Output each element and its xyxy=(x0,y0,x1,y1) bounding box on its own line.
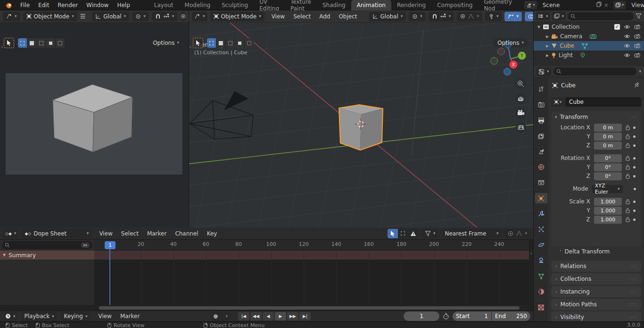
expand-triangle-icon[interactable]: ▶ xyxy=(545,53,550,58)
orientation-dropdown[interactable]: Global▾ xyxy=(92,12,129,21)
scene-name[interactable]: Scene xyxy=(539,1,594,9)
sidebar-expand-arrow[interactable]: ‹ xyxy=(530,250,532,256)
horizontal-scrollbar[interactable] xyxy=(94,306,529,310)
select-box-set[interactable] xyxy=(18,38,27,48)
lock-icon[interactable] xyxy=(624,164,631,170)
tab-geometry-nod[interactable]: Geometry Nod xyxy=(478,0,518,10)
filter-invert-icon[interactable]: ↔ xyxy=(81,243,90,248)
jump-to-end-button[interactable]: ▶| xyxy=(299,312,311,320)
toolbar-expand-arrow[interactable]: › xyxy=(1,44,3,50)
checkbox-icon[interactable]: ✓ xyxy=(614,24,620,30)
blender-logo-icon[interactable] xyxy=(5,2,12,8)
value-field[interactable]: 0 m xyxy=(594,133,622,141)
timeline-menu-view[interactable]: View xyxy=(94,311,116,321)
select-box-extend[interactable] xyxy=(27,38,36,48)
properties-search-input[interactable] xyxy=(553,67,637,76)
tab-texture-paint[interactable]: Texture Paint xyxy=(285,0,317,10)
viewlayer-name[interactable]: ViewLayer xyxy=(627,1,644,9)
panel-relations[interactable]: ›Relations:::: xyxy=(551,261,641,272)
tab-compositing[interactable]: Compositing xyxy=(431,0,478,10)
menu-help[interactable]: Help xyxy=(113,0,134,10)
tab-modeling[interactable]: Modeling xyxy=(179,0,216,10)
animate-dot[interactable] xyxy=(631,201,637,203)
only-selected-toggle[interactable] xyxy=(388,229,398,238)
properties-tab-object[interactable] xyxy=(535,193,547,203)
properties-tab-modifiers[interactable] xyxy=(535,209,547,219)
lock-icon[interactable] xyxy=(624,125,631,130)
display-mode-dropdown[interactable]: ▾ xyxy=(552,12,566,20)
play-reverse-button[interactable]: ◀ xyxy=(263,312,274,320)
menu-file[interactable]: File xyxy=(16,0,34,10)
animate-dot[interactable] xyxy=(631,219,637,221)
tab-rendering[interactable]: Rendering xyxy=(391,0,431,10)
properties-options-icon[interactable]: ▾ xyxy=(639,69,641,74)
viewport-menu-add[interactable]: Add xyxy=(315,11,334,22)
start-frame-field[interactable]: Start1 xyxy=(453,311,491,321)
expand-triangle-icon[interactable]: ▶ xyxy=(545,34,550,39)
properties-tab-output[interactable] xyxy=(535,115,547,126)
value-field[interactable]: 1.000 xyxy=(594,216,622,224)
options-dropdown[interactable]: Options▾ xyxy=(493,38,528,48)
disable-render-icon[interactable] xyxy=(634,43,640,48)
show-gizmo-dropdown[interactable]: ▾ xyxy=(485,12,502,21)
dope-menu-view[interactable]: View xyxy=(95,228,116,239)
scene-copy-icon[interactable] xyxy=(596,1,602,8)
timeline-ruler[interactable]: 20406080100120140160180200220240 xyxy=(94,240,529,250)
hide-eye-icon[interactable] xyxy=(624,34,630,39)
viewport-menu-object[interactable]: Object xyxy=(334,11,361,22)
editor-type-button[interactable]: ▾ xyxy=(192,12,207,21)
value-field[interactable]: 1.000 xyxy=(594,207,622,215)
tweak-tool-button[interactable] xyxy=(4,38,14,48)
select-box-subtract[interactable] xyxy=(226,38,235,48)
delta-transform-panel[interactable]: ›Delta Transform xyxy=(560,248,610,255)
summary-channel-strip[interactable] xyxy=(94,251,529,260)
animate-dot[interactable] xyxy=(631,157,637,160)
outliner-search-input[interactable] xyxy=(568,12,634,20)
lock-icon[interactable] xyxy=(624,143,631,148)
menu-render[interactable]: Render xyxy=(53,0,82,10)
dope-menu-select[interactable]: Select xyxy=(117,228,143,239)
hide-eye-icon[interactable] xyxy=(624,25,630,29)
mode-dropdown[interactable]: Object Mode▾ xyxy=(23,12,77,21)
value-field[interactable]: 0° xyxy=(594,163,622,171)
tab-shading[interactable]: Shading xyxy=(317,0,351,10)
value-field[interactable]: 0 m xyxy=(594,142,622,150)
camera-view-canvas[interactable]: › Options▾ xyxy=(0,23,189,227)
snap-group[interactable]: ▾ xyxy=(429,12,454,21)
properties-tab-tool[interactable] xyxy=(535,84,547,94)
animate-dot[interactable] xyxy=(631,166,637,168)
menu-edit[interactable]: Edit xyxy=(34,0,53,10)
jump-to-start-button[interactable]: |◀ xyxy=(238,312,249,320)
animate-dot[interactable] xyxy=(631,175,637,177)
editor-type-button[interactable]: ◇◆▾ xyxy=(3,229,18,238)
value-field[interactable]: 0° xyxy=(594,172,622,180)
hide-channels-toggle[interactable] xyxy=(398,229,408,238)
select-box-invert[interactable] xyxy=(46,38,55,48)
disable-render-icon[interactable] xyxy=(634,25,640,29)
panel-instancing[interactable]: ›Instancing:::: xyxy=(551,286,641,297)
keying-dropdown[interactable]: Keying▾ xyxy=(61,311,91,321)
select-box-intersect[interactable] xyxy=(245,38,254,48)
tab-uv-editing[interactable]: UV Editing xyxy=(254,0,285,10)
pin-icon[interactable] xyxy=(634,82,639,88)
drag-handle-icon[interactable]: :::: xyxy=(630,115,637,119)
lock-icon[interactable] xyxy=(624,199,631,204)
xray-dropdown[interactable]: ▾ xyxy=(525,12,533,21)
disable-render-icon[interactable] xyxy=(634,53,640,58)
properties-tab-data[interactable] xyxy=(535,271,547,281)
camera-data-icon[interactable] xyxy=(589,34,597,39)
dope-sheet-mode-dropdown[interactable]: ◆◇ Dope Sheet▾ xyxy=(21,229,92,238)
overlays-dropdown[interactable]: ▾ xyxy=(504,12,522,21)
viewport-3d[interactable]: ▾ Object Mode▾ ViewSelectAddObject Globa… xyxy=(189,10,533,227)
select-box-extend[interactable] xyxy=(216,38,225,48)
dope-menu-marker[interactable]: Marker xyxy=(143,228,171,239)
filter-dropdown[interactable]: ▾ xyxy=(421,229,439,238)
animate-dot[interactable] xyxy=(631,210,637,212)
properties-tab-material[interactable] xyxy=(535,286,547,297)
properties-tab-constraints[interactable] xyxy=(535,255,547,266)
outliner-row-cube[interactable]: ▶Cube xyxy=(534,41,644,50)
options-dropdown[interactable]: Options▾ xyxy=(148,38,184,48)
filter-icon[interactable] xyxy=(636,13,642,19)
select-box-set[interactable] xyxy=(207,38,216,48)
pivot-dropdown[interactable]: ▾ xyxy=(132,12,149,21)
